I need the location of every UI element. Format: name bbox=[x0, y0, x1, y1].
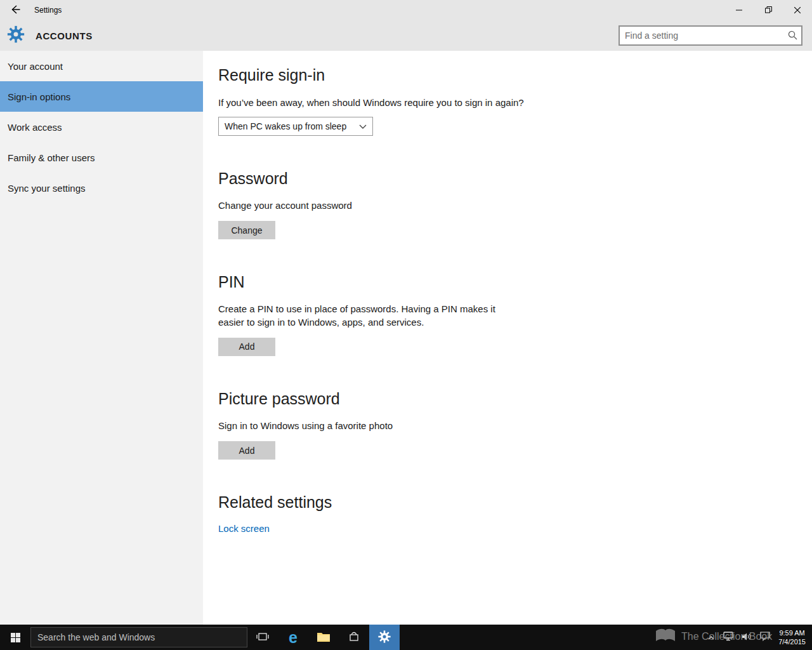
password-title: Password bbox=[218, 169, 787, 188]
network-icon bbox=[723, 632, 733, 643]
edge-icon: e bbox=[289, 630, 298, 646]
require-signin-title: Require sign-in bbox=[218, 66, 787, 84]
related-settings-section: Related settings Lock screen bbox=[218, 493, 787, 534]
sidebar-item-sync-your-settings[interactable]: Sync your settings bbox=[0, 173, 203, 203]
picture-password-title: Picture password bbox=[218, 390, 787, 408]
clock-date: 7/4/2015 bbox=[778, 637, 806, 646]
system-tray: 9:59 AM 7/4/2015 bbox=[707, 628, 812, 646]
sidebar-item-label: Sign-in options bbox=[8, 91, 70, 102]
window-controls bbox=[724, 0, 812, 20]
settings-header: ACCOUNTS bbox=[0, 20, 812, 51]
minimize-button[interactable] bbox=[724, 0, 754, 20]
back-button[interactable] bbox=[0, 0, 30, 20]
file-explorer-button[interactable] bbox=[308, 625, 339, 650]
password-description: Change your account password bbox=[218, 199, 497, 212]
sidebar-item-family-other-users[interactable]: Family & other users bbox=[0, 142, 203, 173]
signin-options-panel: Require sign-in If you’ve been away, whe… bbox=[203, 51, 812, 625]
tray-chevron-up-button[interactable] bbox=[707, 633, 715, 642]
sidebar-item-label: Work access bbox=[8, 122, 62, 133]
pin-section: PIN Create a PIN to use in place of pass… bbox=[218, 273, 787, 356]
sidebar-item-label: Your account bbox=[8, 61, 63, 72]
search-icon[interactable] bbox=[787, 30, 798, 43]
edge-button[interactable]: e bbox=[278, 625, 308, 650]
window-title: Settings bbox=[34, 6, 62, 15]
restore-button[interactable] bbox=[754, 0, 783, 20]
back-arrow-icon bbox=[10, 4, 21, 17]
close-button[interactable] bbox=[783, 0, 812, 20]
clock-time: 9:59 AM bbox=[778, 628, 806, 637]
chevron-up-icon bbox=[707, 633, 715, 642]
task-view-icon bbox=[256, 631, 270, 644]
settings-gear-taskbar-icon bbox=[377, 630, 391, 646]
close-icon bbox=[794, 6, 801, 15]
pin-description: Create a PIN to use in place of password… bbox=[218, 303, 497, 329]
require-signin-section: Require sign-in If you’ve been away, whe… bbox=[218, 66, 787, 136]
related-settings-title: Related settings bbox=[218, 493, 787, 512]
chevron-down-icon bbox=[359, 121, 367, 131]
settings-gear-icon bbox=[6, 25, 25, 46]
lock-screen-link[interactable]: Lock screen bbox=[218, 523, 270, 534]
sidebar-item-label: Sync your settings bbox=[8, 183, 86, 194]
file-explorer-icon bbox=[317, 631, 331, 644]
page-title: ACCOUNTS bbox=[36, 30, 93, 41]
sidebar-item-work-access[interactable]: Work access bbox=[0, 112, 203, 142]
action-center-icon bbox=[760, 632, 770, 643]
content-area: Your account Sign-in options Work access… bbox=[0, 51, 812, 625]
sidebar-item-your-account[interactable]: Your account bbox=[0, 51, 203, 81]
taskbar-search-input[interactable] bbox=[30, 627, 247, 647]
action-center-button[interactable] bbox=[760, 632, 770, 643]
require-signin-dropdown[interactable]: When PC wakes up from sleep bbox=[218, 117, 373, 136]
volume-icon bbox=[742, 632, 752, 643]
picture-password-section: Picture password Sign in to Windows usin… bbox=[218, 390, 787, 460]
windows-logo-icon bbox=[11, 633, 20, 642]
add-picture-password-button[interactable]: Add bbox=[218, 441, 275, 460]
pin-title: PIN bbox=[218, 273, 787, 291]
volume-button[interactable] bbox=[742, 632, 752, 643]
change-password-button[interactable]: Change bbox=[218, 221, 275, 239]
titlebar: Settings bbox=[0, 0, 812, 20]
minimize-icon bbox=[736, 6, 742, 15]
find-setting-search bbox=[619, 25, 802, 46]
network-button[interactable] bbox=[723, 632, 733, 643]
start-button[interactable] bbox=[0, 625, 30, 650]
settings-app-button[interactable] bbox=[369, 625, 400, 650]
store-button[interactable] bbox=[339, 625, 369, 650]
sidebar-item-sign-in-options[interactable]: Sign-in options bbox=[0, 81, 203, 112]
dropdown-selected-value: When PC wakes up from sleep bbox=[225, 121, 346, 131]
taskbar: e bbox=[0, 625, 812, 650]
find-setting-input[interactable] bbox=[619, 25, 802, 46]
picture-password-description: Sign in to Windows using a favorite phot… bbox=[218, 420, 497, 432]
task-view-button[interactable] bbox=[247, 625, 278, 650]
add-pin-button[interactable]: Add bbox=[218, 338, 275, 356]
password-section: Password Change your account password Ch… bbox=[218, 169, 787, 239]
require-signin-question: If you’ve been away, when should Windows… bbox=[218, 97, 662, 108]
restore-icon bbox=[765, 6, 772, 15]
settings-sidebar: Your account Sign-in options Work access… bbox=[0, 51, 203, 625]
sidebar-item-label: Family & other users bbox=[8, 152, 95, 163]
store-icon bbox=[348, 631, 360, 644]
taskbar-clock[interactable]: 9:59 AM 7/4/2015 bbox=[778, 628, 806, 646]
